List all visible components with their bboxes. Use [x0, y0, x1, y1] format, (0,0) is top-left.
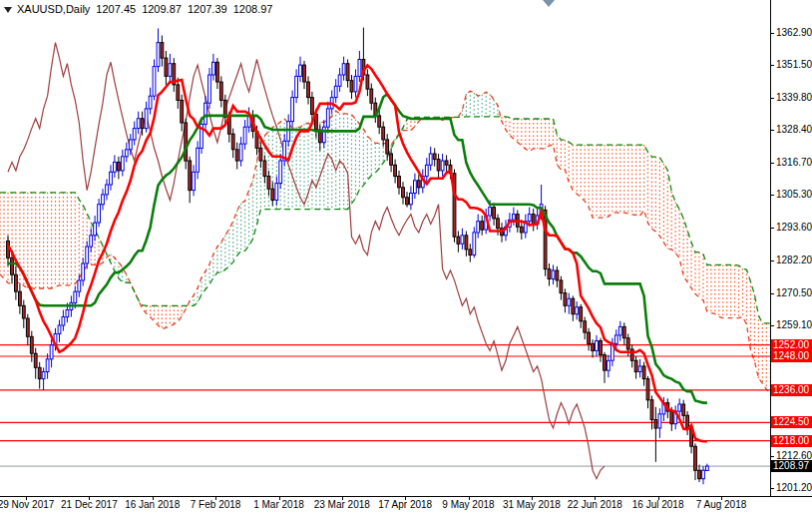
y-axis-tick-label: 1270.50 — [776, 287, 812, 298]
y-axis-tick-mark — [770, 33, 774, 34]
candlestick-ichimoku-canvas[interactable] — [0, 0, 770, 496]
y-axis-tick-mark — [770, 195, 774, 196]
price-level-badge: 1224.50 — [771, 416, 812, 428]
high-value: 1209.87 — [142, 3, 182, 15]
time-scale[interactable]: 29 Nov 201721 Dec 201716 Jan 20187 Feb 2… — [0, 497, 812, 513]
close-value: 1208.97 — [233, 3, 273, 15]
y-axis-tick-label: 1316.70 — [776, 157, 812, 168]
y-axis-tick-label: 1328.40 — [776, 124, 812, 135]
y-axis-tick-mark — [770, 228, 774, 229]
x-axis-tick-label: 7 Aug 2018 — [681, 499, 761, 510]
y-axis-tick-label: 1305.30 — [776, 189, 812, 200]
symbol-dropdown-icon — [4, 7, 12, 13]
y-axis-tick-mark — [770, 293, 774, 294]
price-level-badge: 1236.00 — [771, 384, 812, 396]
y-axis-tick-label: 1351.50 — [776, 59, 812, 70]
y-axis-tick-label: 1339.80 — [776, 92, 812, 103]
price-chart-area[interactable]: XAUUSD,Daily1207.451209.871207.391208.97 — [0, 0, 770, 496]
y-axis-tick-label: 1282.20 — [776, 255, 812, 265]
y-axis-tick-mark — [770, 65, 774, 66]
y-axis-tick-label: 1201.20 — [776, 482, 812, 493]
y-axis-tick-mark — [770, 456, 774, 457]
y-axis-tick-mark — [770, 325, 774, 326]
price-scale[interactable]: 1362.901351.501339.801328.401316.701305.… — [771, 0, 812, 496]
y-axis-tick-mark — [770, 260, 774, 261]
low-value: 1207.39 — [188, 3, 227, 15]
y-axis-tick-mark — [770, 98, 774, 99]
y-axis-tick-mark — [770, 163, 774, 164]
price-level-badge: 1248.00 — [771, 350, 812, 362]
y-axis-tick-label: 1362.90 — [776, 27, 812, 38]
chart-title: XAUUSD,Daily1207.451209.871207.391208.97 — [4, 3, 278, 15]
open-value: 1207.45 — [96, 3, 136, 15]
y-axis-tick-label: 1259.10 — [776, 319, 812, 330]
y-axis-tick-mark — [770, 488, 774, 489]
chart-shift-marker-icon[interactable] — [543, 0, 555, 7]
current-price-badge: 1208.97 — [771, 460, 812, 472]
price-level-badge: 1218.00 — [771, 435, 812, 447]
price-level-badge: 1252.00 — [771, 339, 812, 351]
mt4-chart-window: XAUUSD,Daily1207.451209.871207.391208.97… — [0, 0, 812, 513]
y-axis-tick-label: 1293.60 — [776, 222, 812, 233]
symbol-period-label: XAUUSD,Daily — [17, 3, 90, 15]
y-axis-tick-mark — [770, 130, 774, 131]
